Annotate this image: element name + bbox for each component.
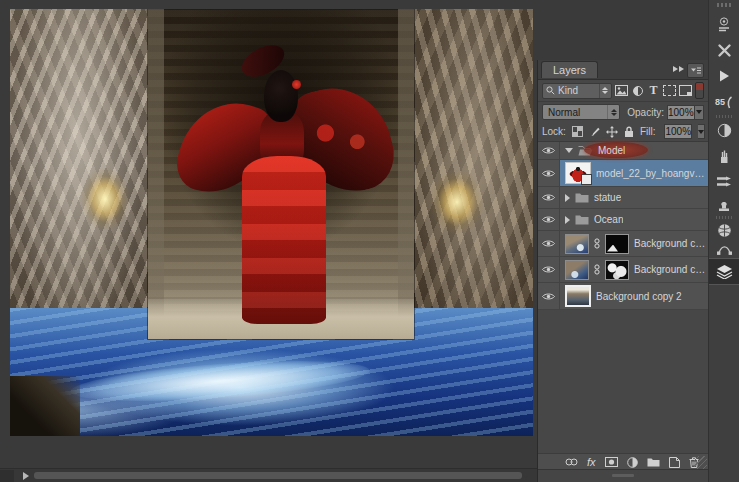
layer-thumbnail[interactable] (565, 234, 589, 254)
search-icon (546, 86, 555, 95)
lock-options-row: Lock: Fill: 100% (538, 122, 708, 142)
horizontal-scrollbar[interactable] (0, 468, 537, 482)
filter-type-layers-button[interactable]: T (647, 83, 660, 99)
blend-mode-dropdown[interactable]: Normal (542, 104, 620, 120)
woman-in-red-figure (148, 9, 414, 339)
layers-panel: Layers Kind T No (537, 60, 708, 482)
lock-transparency-button[interactable] (572, 125, 583, 139)
layer-name[interactable]: Ocean (594, 214, 623, 225)
model-photo-layer[interactable] (148, 9, 414, 339)
type-icon: T (650, 83, 658, 98)
layer-row-model-group[interactable]: Model (538, 142, 708, 160)
layer-row-background-copy[interactable]: Background copy (538, 257, 708, 283)
layer-mask-thumbnail[interactable] (605, 234, 629, 254)
fill-value-field[interactable]: 100% (664, 124, 692, 139)
panel-menu-icon[interactable] (687, 63, 704, 78)
panel-resize-grip[interactable] (694, 456, 707, 469)
new-layer-button[interactable] (669, 457, 680, 468)
visibility-toggle[interactable] (538, 209, 560, 230)
panel-dock: 85 (708, 0, 739, 482)
visibility-toggle[interactable] (538, 257, 560, 282)
layer-name[interactable]: Model (598, 145, 625, 156)
clone-source-panel-icon[interactable] (709, 193, 739, 215)
tab-layers[interactable]: Layers (541, 61, 598, 78)
filter-smart-object-button[interactable] (679, 83, 692, 99)
adjustments-panel-icon[interactable] (709, 119, 739, 141)
visibility-toggle[interactable] (538, 142, 560, 159)
scrollbar-track[interactable] (34, 472, 522, 479)
scroll-arrow-icon[interactable] (23, 472, 29, 480)
panel-tab-bar: Layers (538, 60, 708, 80)
layers-panel-icon-active[interactable] (709, 258, 739, 285)
layer-name[interactable]: model_22_by_hoangvan... (596, 168, 708, 179)
blend-options-row: Normal Opacity: 100% (538, 102, 708, 122)
visibility-toggle[interactable] (538, 231, 560, 256)
group-collapse-caret-icon[interactable] (565, 148, 573, 153)
filter-toggle-switch[interactable] (695, 82, 704, 99)
group-expand-caret-icon[interactable] (565, 216, 570, 224)
scrollbar-corner (0, 470, 14, 482)
filter-pixel-layers-button[interactable] (615, 83, 628, 99)
visibility-toggle[interactable] (538, 283, 560, 309)
filter-adjustment-layers-button[interactable] (631, 83, 644, 99)
layer-name[interactable]: statue (594, 192, 621, 203)
panel-bottom-edge[interactable] (538, 469, 708, 482)
layer-row-background-copy-3[interactable]: Background copy 3 (538, 231, 708, 257)
kind-filter-dropdown[interactable]: Kind (542, 83, 612, 99)
tool-presets-panel-icon[interactable] (709, 39, 739, 61)
opacity-label: Opacity: (627, 107, 664, 118)
collapse-panel-icon[interactable] (673, 66, 684, 72)
layer-row-statue-group[interactable]: statue (538, 187, 708, 209)
layer-name[interactable]: Background copy (634, 264, 708, 275)
folder-icon (575, 214, 589, 225)
lock-position-button[interactable] (606, 125, 618, 139)
mask-link-icon[interactable] (594, 238, 600, 249)
paths-panel-icon[interactable] (709, 238, 739, 260)
opacity-dropdown-icon[interactable] (695, 105, 704, 120)
layer-mask-thumbnail[interactable] (605, 260, 629, 280)
lock-pixels-button[interactable] (589, 125, 600, 139)
opacity-value-field[interactable]: 100% (667, 105, 695, 120)
actions-panel-icon[interactable] (709, 65, 739, 87)
transparency-icon (572, 126, 583, 137)
photoshop-window: Layers Kind T No (0, 0, 739, 482)
shape-icon (663, 85, 676, 96)
brush-panel-icon[interactable]: 85 (709, 91, 739, 113)
layer-style-button[interactable]: fx (587, 457, 596, 467)
eye-icon (542, 292, 555, 301)
styles-panel-icon[interactable] (709, 145, 739, 167)
layer-name[interactable]: Background copy 2 (596, 291, 682, 302)
eye-icon (542, 215, 555, 224)
folder-icon (575, 192, 589, 203)
add-layer-mask-button[interactable] (605, 457, 618, 467)
move-icon (606, 126, 618, 138)
brush-presets-panel-icon[interactable] (709, 170, 739, 192)
filter-shape-layers-button[interactable] (663, 83, 676, 99)
dock-drag-handle[interactable] (717, 3, 731, 7)
padlock-icon (624, 126, 634, 138)
layer-row-ocean-group[interactable]: Ocean (538, 209, 708, 231)
document-canvas[interactable] (10, 9, 533, 436)
group-expand-caret-icon[interactable] (565, 194, 570, 202)
new-adjustment-layer-button[interactable] (627, 457, 638, 468)
mask-link-icon[interactable] (594, 264, 600, 275)
layer-thumbnail[interactable] (565, 285, 591, 307)
adjustment-icon (633, 86, 643, 96)
lock-all-button[interactable] (624, 125, 634, 139)
fill-label: Fill: (640, 126, 656, 137)
visibility-toggle[interactable] (538, 187, 560, 208)
layer-row-background-copy-2[interactable]: Background copy 2 (538, 283, 708, 310)
layer-thumbnail[interactable] (565, 260, 589, 280)
fill-dropdown-icon[interactable] (698, 124, 705, 139)
eye-icon (542, 169, 555, 178)
layer-thumbnail[interactable] (565, 162, 591, 184)
link-layers-button[interactable] (565, 458, 578, 466)
histogram-panel-icon[interactable] (709, 13, 739, 35)
brush-icon (589, 126, 600, 137)
layer-name[interactable]: Background copy 3 (634, 238, 708, 249)
layer-filter-row: Kind T (538, 80, 708, 102)
visibility-toggle[interactable] (538, 160, 560, 186)
new-group-button[interactable] (647, 457, 660, 467)
layer-row-model22-selected[interactable]: model_22_by_hoangvan... (538, 160, 708, 187)
brush-size-glyph: 85 (715, 97, 725, 107)
